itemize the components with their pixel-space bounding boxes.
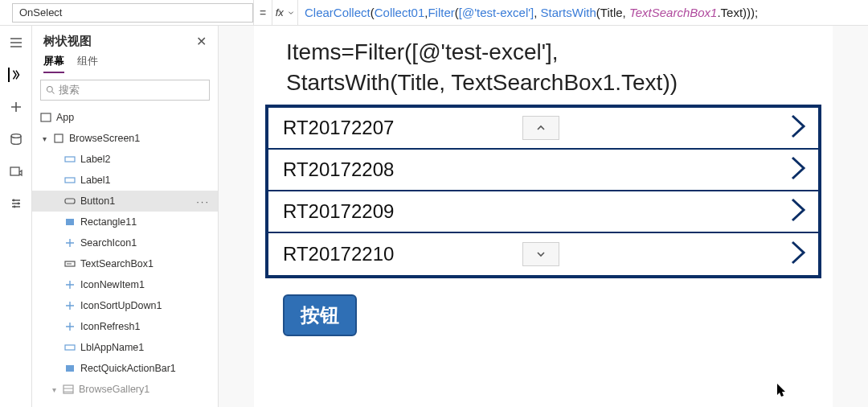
button-icon [64, 195, 76, 207]
svg-rect-7 [55, 134, 63, 142]
insert-icon[interactable] [9, 100, 23, 114]
tree-item-label: RectQuickActionBar1 [80, 363, 176, 374]
tree-item[interactable]: IconNewItem1 [32, 274, 218, 295]
property-selector-value: OnSelect [19, 6, 62, 18]
tree-view-icon[interactable] [8, 68, 23, 82]
svg-rect-14 [66, 365, 74, 372]
row-title: RT20172209 [283, 200, 394, 223]
tree-title: 树状视图 [43, 34, 92, 49]
tree-item[interactable]: IconRefresh1 [32, 316, 218, 337]
row-title: RT20172210 [283, 243, 394, 265]
search-icon [46, 85, 55, 95]
chevron-right-icon[interactable] [784, 239, 812, 269]
svg-rect-13 [65, 345, 75, 350]
more-icon[interactable]: ··· [196, 195, 210, 208]
svg-point-0 [11, 134, 21, 138]
chevron-down-icon[interactable]: ▾ [50, 385, 58, 394]
svg-point-5 [47, 87, 53, 92]
tree-panel: 树状视图 ✕ 屏幕 组件 搜索 App ▾ BrowseScreen1 Labe… [32, 26, 219, 407]
media-icon[interactable] [9, 164, 23, 179]
screen-node[interactable]: ▾ BrowseScreen1 [32, 128, 218, 149]
svg-rect-1 [10, 167, 19, 175]
tree-item[interactable]: LblAppName1 [32, 337, 218, 358]
app-node[interactable]: App [32, 107, 218, 128]
tree-item[interactable]: Rectangle11 [32, 212, 218, 232]
tree-item-label: Rectangle11 [80, 216, 137, 228]
cursor-icon [776, 383, 788, 401]
chevron-right-icon[interactable] [784, 113, 812, 143]
label-icon [64, 154, 76, 165]
formula-input[interactable]: ClearCollect(Collect01,Filter([@'test-ex… [298, 6, 868, 20]
screen-label: BrowseScreen1 [69, 133, 140, 144]
plus-icon [64, 300, 76, 311]
items-line2: StartsWith(Title, TextSearchBox1.Text)) [286, 68, 821, 98]
close-icon[interactable]: ✕ [196, 34, 207, 49]
scroll-down-button[interactable] [522, 242, 559, 266]
equals-sign: = [253, 0, 272, 26]
gallery-row[interactable]: RT20172207 [268, 108, 818, 150]
fn-startswith: StartsWith [541, 6, 596, 19]
tab-screens[interactable]: 屏幕 [43, 54, 64, 73]
tree-item[interactable]: Label2 [32, 149, 218, 170]
row-title: RT20172207 [283, 117, 394, 139]
app-screen: Items=Filter([@'test-excel'], StartsWith… [254, 26, 833, 407]
row-title: RT20172208 [283, 158, 394, 181]
tree-item-label: Label1 [80, 175, 111, 186]
tab-components[interactable]: 组件 [77, 54, 98, 73]
gallery-row[interactable]: RT20172210 [268, 233, 818, 275]
app-icon [40, 112, 51, 123]
tree-item[interactable]: SearchIcon1 [32, 232, 218, 253]
label-icon [64, 342, 76, 353]
search-input[interactable]: 搜索 [40, 80, 210, 101]
left-rail [0, 26, 32, 407]
svg-rect-9 [65, 178, 75, 183]
textbox-icon [64, 258, 76, 269]
title-field: Title [600, 6, 623, 19]
svg-point-2 [12, 199, 14, 202]
fx-label: fx [276, 6, 284, 18]
svg-point-3 [17, 203, 19, 205]
rectangle-icon [64, 216, 76, 228]
tree-item-label: LblAppName1 [80, 342, 144, 353]
items-formula-label: Items=Filter([@'test-excel'], StartsWith… [286, 37, 821, 98]
text-prop: .Text))); [717, 6, 758, 19]
canvas: Items=Filter([@'test-excel'], StartsWith… [219, 26, 868, 407]
plus-icon [64, 321, 76, 332]
tree-item[interactable]: ▾BrowseGallery1 [32, 379, 218, 400]
fx-button[interactable]: fx [272, 0, 298, 26]
hamburger-icon[interactable] [9, 35, 23, 50]
tree-item-label: IconSortUpDown1 [80, 300, 162, 311]
tree-item-label: Label2 [80, 154, 111, 165]
tree-list: App ▾ BrowseScreen1 Label2 Label1 Button… [32, 104, 218, 407]
tree-item-label: BrowseGallery1 [79, 384, 149, 395]
tree-tabs: 屏幕 组件 [32, 54, 218, 76]
tree-item-selected[interactable]: Button1··· [32, 191, 218, 212]
search-placeholder: 搜索 [59, 83, 80, 97]
chevron-down-icon[interactable]: ▾ [40, 134, 48, 143]
label-icon [64, 175, 76, 186]
gallery[interactable]: RT20172207 RT20172208 RT20172209 RT20172… [265, 105, 821, 278]
tree-item[interactable]: TextSearchBox1 [32, 253, 218, 274]
tree-item[interactable]: RectQuickActionBar1 [32, 358, 218, 379]
button-control[interactable]: 按钮 [283, 294, 357, 336]
settings-icon[interactable] [9, 196, 23, 211]
gallery-row[interactable]: RT20172208 [268, 150, 818, 191]
tree-item-label: SearchIcon1 [80, 237, 137, 249]
svg-rect-11 [66, 219, 74, 225]
chevron-right-icon[interactable] [784, 154, 812, 185]
tree-item-label: TextSearchBox1 [80, 258, 154, 269]
plus-icon [64, 237, 76, 249]
tree-item[interactable]: IconSortUpDown1 [32, 295, 218, 316]
datasource: [@'test-excel'] [459, 6, 534, 19]
property-selector[interactable]: OnSelect [12, 3, 253, 23]
tree-item-label: IconNewItem1 [80, 279, 145, 290]
tree-item[interactable]: Label1 [32, 170, 218, 191]
data-icon[interactable] [9, 132, 23, 146]
svg-rect-8 [65, 157, 75, 162]
scroll-up-button[interactable] [522, 116, 559, 140]
gallery-row[interactable]: RT20172209 [268, 191, 818, 233]
chevron-right-icon[interactable] [784, 196, 812, 227]
svg-rect-10 [65, 199, 75, 204]
tree-item-label: Button1 [80, 195, 115, 207]
plus-icon [64, 279, 76, 290]
